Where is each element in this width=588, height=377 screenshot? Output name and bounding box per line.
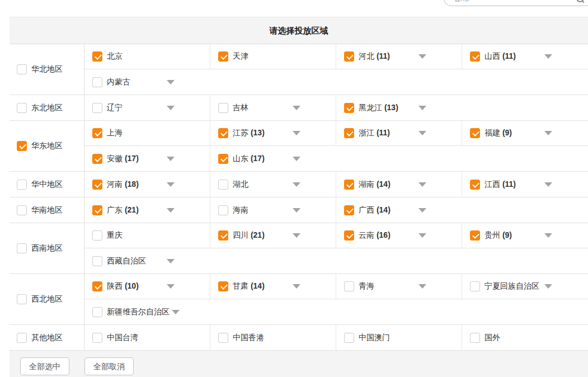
search-input[interactable] bbox=[452, 0, 571, 3]
province-checkbox[interactable] bbox=[344, 230, 354, 241]
dropdown-arrow-icon[interactable] bbox=[544, 131, 552, 135]
province-checkbox[interactable] bbox=[92, 128, 102, 138]
dropdown-arrow-icon[interactable] bbox=[167, 157, 175, 161]
dropdown-arrow-icon[interactable] bbox=[167, 182, 175, 187]
province-label: 贵州 (9) bbox=[484, 230, 542, 241]
province-count: (11) bbox=[377, 51, 390, 60]
dropdown-arrow-icon[interactable] bbox=[544, 284, 552, 289]
dropdown-arrow-icon[interactable] bbox=[544, 233, 552, 238]
province-checkbox[interactable] bbox=[92, 154, 102, 164]
province-count: (11) bbox=[502, 180, 516, 189]
deselect-all-button[interactable]: 全部取消 bbox=[84, 357, 134, 375]
province-checkbox[interactable] bbox=[344, 128, 354, 138]
province-subrows: 陕西 (10)甘肃 (14)青海宁夏回族自治区新疆维吾尔自治区 bbox=[84, 274, 588, 324]
province-checkbox[interactable] bbox=[470, 230, 480, 241]
dropdown-arrow-icon[interactable] bbox=[418, 131, 426, 135]
province-subrow: 辽宁吉林黑龙江 (13) bbox=[84, 95, 588, 120]
region-checkbox[interactable] bbox=[17, 141, 27, 151]
province-checkbox[interactable] bbox=[92, 307, 102, 317]
province-cell: 福建 (9) bbox=[462, 121, 588, 145]
province-label: 广西 (14) bbox=[359, 205, 416, 215]
province-subrow: 广东 (21)海南广西 (14) bbox=[84, 197, 588, 223]
dropdown-arrow-icon[interactable] bbox=[293, 208, 300, 213]
province-checkbox[interactable] bbox=[344, 333, 354, 343]
dropdown-arrow-icon[interactable] bbox=[418, 106, 426, 110]
province-subrows: 广东 (21)海南广西 (14) bbox=[84, 197, 588, 223]
region-checkbox[interactable] bbox=[17, 294, 27, 304]
dropdown-arrow-icon[interactable] bbox=[167, 208, 175, 213]
dropdown-arrow-icon[interactable] bbox=[293, 284, 300, 289]
region-checkbox[interactable] bbox=[17, 243, 27, 253]
dropdown-arrow-icon[interactable] bbox=[418, 233, 426, 238]
province-checkbox[interactable] bbox=[218, 51, 228, 62]
province-cell: 江西 (11) bbox=[462, 172, 588, 197]
province-cell: 黑龙江 (13) bbox=[336, 95, 588, 120]
province-checkbox[interactable] bbox=[344, 103, 354, 113]
dropdown-arrow-icon[interactable] bbox=[172, 310, 180, 314]
region-label: 西南地区 bbox=[31, 243, 63, 253]
search-icon[interactable] bbox=[576, 0, 584, 2]
province-checkbox[interactable] bbox=[92, 180, 102, 190]
dropdown-arrow-icon[interactable] bbox=[418, 284, 426, 289]
dropdown-arrow-icon[interactable] bbox=[293, 157, 300, 161]
dropdown-arrow-icon[interactable] bbox=[418, 182, 426, 187]
province-label: 安徽 (17) bbox=[107, 154, 164, 164]
region-checkbox[interactable] bbox=[17, 205, 27, 215]
region-checkbox[interactable] bbox=[17, 180, 27, 190]
panel-footer: 全部选中 全部取消 bbox=[10, 351, 588, 377]
region-checkbox[interactable] bbox=[17, 64, 27, 74]
province-checkbox[interactable] bbox=[344, 281, 354, 291]
dropdown-arrow-icon[interactable] bbox=[167, 259, 175, 263]
region-table: 华北地区北京天津河北 (11)山西 (11)内蒙古东北地区辽宁吉林黑龙江 (13… bbox=[10, 44, 588, 351]
dropdown-arrow-icon[interactable] bbox=[167, 106, 175, 110]
select-all-button[interactable]: 全部选中 bbox=[20, 357, 69, 375]
province-checkbox[interactable] bbox=[470, 51, 480, 62]
region-cell: 华中地区 bbox=[10, 172, 84, 197]
dropdown-arrow-icon[interactable] bbox=[418, 54, 426, 59]
province-checkbox[interactable] bbox=[92, 205, 102, 215]
province-checkbox[interactable] bbox=[218, 281, 228, 291]
dropdown-arrow-icon[interactable] bbox=[544, 54, 552, 59]
dropdown-arrow-icon[interactable] bbox=[418, 208, 426, 213]
province-checkbox[interactable] bbox=[218, 128, 228, 138]
province-label: 中国澳门 bbox=[359, 333, 416, 343]
province-checkbox[interactable] bbox=[470, 333, 480, 343]
province-checkbox[interactable] bbox=[470, 180, 480, 190]
province-checkbox[interactable] bbox=[344, 180, 354, 190]
province-count: (14) bbox=[377, 205, 391, 214]
province-count: (14) bbox=[251, 281, 265, 290]
province-checkbox[interactable] bbox=[92, 333, 102, 343]
region-checkbox[interactable] bbox=[17, 333, 27, 343]
dropdown-arrow-icon[interactable] bbox=[544, 182, 552, 187]
region-group-row: 其他地区中国台湾中国香港中国澳门国外 bbox=[10, 325, 588, 351]
province-checkbox[interactable] bbox=[344, 205, 354, 215]
dropdown-arrow-icon[interactable] bbox=[167, 80, 175, 84]
dropdown-arrow-icon[interactable] bbox=[293, 233, 300, 238]
dropdown-arrow-icon[interactable] bbox=[167, 284, 175, 289]
dropdown-arrow-icon[interactable] bbox=[293, 131, 300, 135]
region-checkbox[interactable] bbox=[17, 103, 27, 113]
province-checkbox[interactable] bbox=[218, 180, 228, 190]
region-label: 西北地区 bbox=[31, 294, 63, 304]
province-checkbox[interactable] bbox=[344, 51, 354, 62]
province-checkbox[interactable] bbox=[470, 128, 480, 138]
region-cell: 西北地区 bbox=[10, 274, 84, 324]
province-checkbox[interactable] bbox=[218, 205, 228, 215]
province-checkbox[interactable] bbox=[218, 333, 228, 343]
province-checkbox[interactable] bbox=[218, 154, 228, 164]
dropdown-arrow-icon[interactable] bbox=[293, 182, 300, 187]
province-checkbox[interactable] bbox=[92, 256, 102, 266]
province-checkbox[interactable] bbox=[218, 103, 228, 113]
province-subrows: 上海江苏 (13)浙江 (11)福建 (9)安徽 (17)山东 (17) bbox=[84, 121, 588, 171]
province-checkbox[interactable] bbox=[92, 51, 102, 62]
province-checkbox[interactable] bbox=[470, 281, 480, 291]
province-checkbox[interactable] bbox=[92, 281, 102, 291]
province-checkbox[interactable] bbox=[92, 77, 102, 87]
province-checkbox[interactable] bbox=[218, 230, 228, 241]
search-box[interactable] bbox=[444, 0, 588, 6]
province-checkbox[interactable] bbox=[92, 103, 102, 113]
dropdown-arrow-icon[interactable] bbox=[293, 106, 300, 110]
province-checkbox[interactable] bbox=[92, 230, 102, 241]
province-label: 内蒙古 bbox=[107, 77, 164, 87]
province-label: 国外 bbox=[484, 333, 542, 343]
